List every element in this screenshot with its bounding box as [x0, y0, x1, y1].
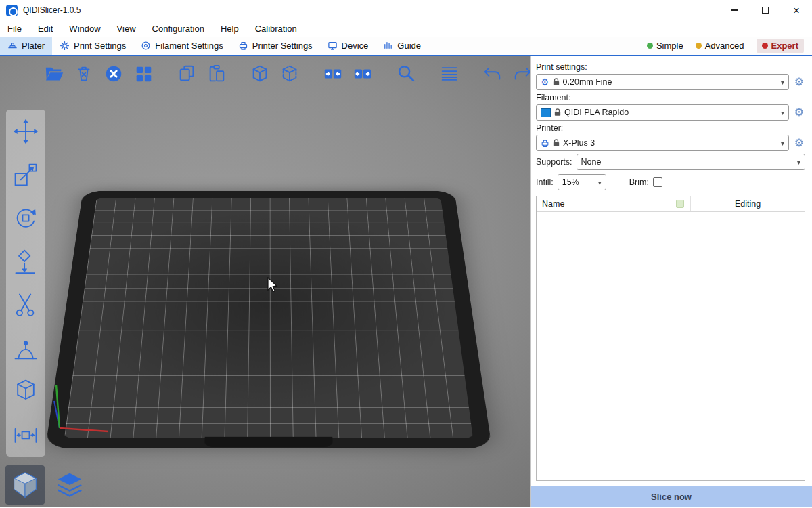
- move-gizmo-button[interactable]: [11, 117, 41, 146]
- chevron-down-icon: ▾: [598, 179, 602, 186]
- remove-instance-icon: [279, 64, 300, 84]
- layers-view-button[interactable]: [50, 465, 89, 505]
- tab-guide[interactable]: Guide: [376, 37, 428, 55]
- printer-gear-button[interactable]: ⚙: [793, 137, 805, 148]
- filament-settings-tab-icon: [141, 41, 151, 51]
- support-paint-gizmo-button[interactable]: [11, 333, 41, 363]
- print-settings-value: 0.20mm Fine: [563, 77, 612, 87]
- support-paint-icon: [12, 335, 39, 362]
- mode-expert[interactable]: Expert: [757, 39, 804, 53]
- gizmo-toolbar: [6, 110, 45, 457]
- printer-icon: [541, 139, 549, 148]
- delete-button[interactable]: [72, 60, 95, 87]
- add-instance-icon: [250, 64, 270, 84]
- filament-value: QIDI PLA Rapido: [564, 108, 629, 117]
- delete-all-icon: [104, 64, 124, 84]
- undo-button[interactable]: [480, 60, 504, 87]
- tab-plater[interactable]: Plater: [0, 37, 52, 55]
- printer-combo[interactable]: X-Plus 3 ▾: [536, 135, 789, 151]
- arrange-button[interactable]: [131, 60, 155, 87]
- 3d-viewport[interactable]: [0, 56, 530, 507]
- redo-icon: [512, 64, 531, 84]
- tab-printer-settings-label: Printer Settings: [252, 41, 313, 51]
- printer-value: X-Plus 3: [563, 138, 595, 148]
- print-settings-combo[interactable]: ⚙ 0.20mm Fine ▾: [536, 74, 789, 90]
- filament-combo[interactable]: QIDI PLA Rapido ▾: [536, 104, 789, 121]
- settings-sidebar: Print settings: ⚙ 0.20mm Fine ▾ ⚙ Filame…: [530, 56, 812, 507]
- minimize-button[interactable]: [719, 0, 750, 20]
- menu-edit[interactable]: Edit: [38, 24, 53, 34]
- column-name[interactable]: Name: [537, 196, 669, 211]
- menu-help[interactable]: Help: [221, 24, 239, 34]
- extruder-color-swatch: [676, 200, 684, 208]
- filament-color-swatch: [541, 108, 551, 117]
- infill-combo[interactable]: 15% ▾: [558, 174, 606, 190]
- axes-indicator-icon: [41, 379, 122, 444]
- slice-now-button[interactable]: Slice now: [531, 486, 812, 507]
- print-profile-icon: ⚙: [541, 77, 549, 87]
- menu-window[interactable]: Window: [69, 24, 100, 34]
- split-parts-button[interactable]: [351, 60, 374, 87]
- cut-scissors-icon: [12, 291, 39, 318]
- mode-simple[interactable]: Simple: [647, 41, 683, 51]
- seam-gizmo-button[interactable]: [11, 377, 41, 406]
- tab-filament-settings[interactable]: Filament Settings: [133, 37, 230, 55]
- cut-gizmo-button[interactable]: [11, 290, 41, 320]
- column-editing[interactable]: Editing: [691, 196, 805, 211]
- split-objects-button[interactable]: [321, 60, 344, 87]
- menu-configuration[interactable]: Configuration: [152, 24, 204, 34]
- print-settings-gear-button[interactable]: ⚙: [793, 77, 805, 87]
- split-to-parts-icon: [353, 64, 373, 84]
- qidislicer-window: QIDISlicer-1.0.5 × File Edit Window View…: [0, 0, 812, 508]
- bed-grid: [64, 198, 473, 438]
- print-settings-tab-icon: [60, 41, 70, 51]
- rotate-gizmo-button[interactable]: [11, 203, 41, 233]
- simple-mode-dot-icon: [647, 43, 653, 49]
- menu-view[interactable]: View: [117, 24, 136, 34]
- supports-label: Supports:: [536, 157, 572, 167]
- brim-checkbox[interactable]: [653, 177, 662, 187]
- search-icon: [396, 64, 416, 84]
- tab-print-settings[interactable]: Print Settings: [52, 37, 133, 55]
- place-on-face-gizmo-button[interactable]: [11, 247, 41, 276]
- variable-layer-height-button[interactable]: [437, 60, 461, 87]
- search-button[interactable]: [394, 60, 418, 87]
- measure-gizmo-button[interactable]: [11, 420, 41, 450]
- titlebar: QIDISlicer-1.0.5 ×: [0, 0, 812, 20]
- brim-label: Brim:: [629, 177, 649, 187]
- chevron-down-icon: ▾: [781, 79, 784, 86]
- seam-cube-icon: [12, 378, 39, 405]
- scale-gizmo-button[interactable]: [11, 160, 41, 190]
- guide-tab-icon: [383, 41, 393, 51]
- delete-all-button[interactable]: [102, 60, 125, 87]
- layers-view-icon: [54, 469, 85, 501]
- 3d-view-button[interactable]: [5, 465, 45, 505]
- tab-printer-settings[interactable]: Printer Settings: [231, 37, 320, 55]
- maximize-button[interactable]: [750, 0, 781, 20]
- remove-instance-button[interactable]: [277, 60, 301, 87]
- filament-gear-button[interactable]: ⚙: [793, 107, 805, 118]
- object-list[interactable]: Name Editing: [536, 196, 805, 481]
- close-button[interactable]: ×: [781, 0, 812, 20]
- expert-mode-dot-icon: [762, 43, 768, 49]
- menu-calibration[interactable]: Calibration: [255, 24, 297, 34]
- open-button[interactable]: [42, 60, 66, 87]
- paste-button[interactable]: [204, 60, 228, 87]
- menu-file[interactable]: File: [7, 24, 22, 34]
- arrange-icon: [133, 64, 154, 84]
- mode-simple-label: Simple: [656, 41, 683, 51]
- redo-button[interactable]: [510, 60, 530, 87]
- copy-button[interactable]: [175, 60, 198, 87]
- add-instance-button[interactable]: [248, 60, 271, 87]
- close-icon: ×: [793, 5, 800, 16]
- supports-combo[interactable]: None ▾: [577, 154, 805, 170]
- menubar: File Edit Window View Configuration Help…: [0, 20, 812, 37]
- tab-device[interactable]: Device: [320, 37, 376, 55]
- mode-advanced[interactable]: Advanced: [696, 41, 744, 51]
- column-extruder[interactable]: [669, 196, 691, 211]
- mouse-cursor-icon: [267, 277, 279, 293]
- advanced-mode-dot-icon: [696, 43, 702, 49]
- plater-tab-icon: [7, 41, 18, 51]
- object-list-header: Name Editing: [537, 196, 805, 212]
- tabbar: Plater Print Settings Filament Settings …: [0, 37, 812, 56]
